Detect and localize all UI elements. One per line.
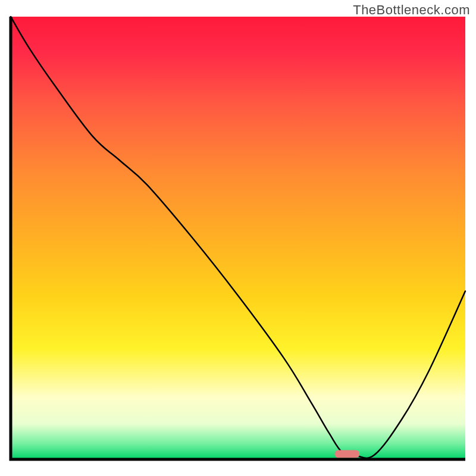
watermark: TheBottleneck.com <box>353 2 470 18</box>
plot-background <box>11 17 465 459</box>
optimum-marker <box>334 450 359 458</box>
chart-plot <box>0 0 476 476</box>
